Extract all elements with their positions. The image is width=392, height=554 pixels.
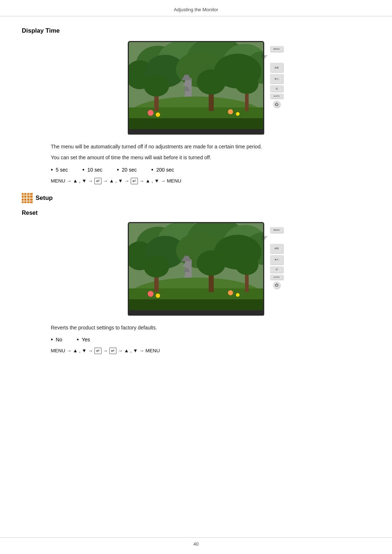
display-time-section: Display Time — [22, 27, 370, 184]
option-10sec-label: 10 sec — [87, 167, 102, 173]
svg-point-66 — [235, 255, 258, 275]
setup-heading: Setup — [36, 194, 53, 202]
header-title: Adjusting the Monitor — [174, 7, 218, 12]
svg-point-64 — [144, 256, 169, 278]
svg-point-24 — [144, 75, 169, 97]
description-text-1: The menu will be automatically turned of… — [51, 143, 370, 151]
monitor-image-1: MENU ☞ A/B ▼/□ ⊙ — [22, 41, 370, 135]
svg-point-26 — [235, 74, 258, 94]
vcd-btn-1: ▼/□ — [270, 74, 283, 83]
monitor-wrapper-1: MENU ☞ A/B ▼/□ ⊙ — [128, 41, 264, 135]
circle-btn-2: ⊙ — [270, 266, 283, 273]
ab-btn-1: A/B — [270, 63, 283, 72]
reset-subsection: Reset — [22, 210, 370, 354]
monitor-side-buttons-1: MENU ☞ A/B ▼/□ ⊙ — [270, 46, 283, 108]
reset-description-text: Reverts the product settings to factory … — [51, 324, 370, 332]
monitor-display-1: MENU ☞ A/B ▼/□ ⊙ — [128, 41, 264, 135]
description-area-1: The menu will be automatically turned of… — [51, 143, 370, 162]
description-text-2: You can set the amount of time the menu … — [51, 153, 370, 161]
bullet-1: • — [51, 167, 53, 173]
svg-point-60 — [236, 293, 240, 297]
reset-heading: Reset — [22, 210, 370, 216]
monitor-screen-1 — [128, 41, 264, 130]
page-container: Adjusting the Monitor Display Time — [0, 0, 392, 554]
menu-btn-2: MENU — [270, 227, 283, 233]
option-yes-label: Yes — [82, 337, 90, 342]
auto-btn-1: AUTO — [270, 94, 283, 99]
svg-point-58 — [156, 294, 160, 298]
monitor-image-2: MENU ☞ A/B ▼/□ — [22, 222, 370, 316]
monitor-screen-2 — [128, 222, 264, 311]
enter-box-2: ↵ — [131, 178, 138, 184]
monitor-wrapper-2: MENU ☞ A/B ▼/□ — [128, 222, 264, 316]
svg-point-17 — [148, 110, 154, 116]
svg-point-18 — [156, 112, 160, 117]
page-footer: 40 — [0, 537, 392, 547]
main-content: Display Time — [0, 20, 392, 377]
svg-point-59 — [228, 290, 233, 295]
garden-scene-2 — [129, 223, 263, 310]
svg-point-25 — [197, 69, 226, 95]
option-200sec: • 200 sec — [151, 167, 174, 173]
display-time-heading: Display Time — [22, 27, 370, 34]
option-20sec: • 20 sec — [117, 167, 137, 173]
monitor-display-2: MENU ☞ A/B ▼/□ — [128, 222, 264, 316]
ab-btn-2: A/B — [270, 244, 283, 253]
bullet-4: • — [151, 167, 154, 173]
setup-icon — [22, 193, 33, 203]
option-no-label: No — [56, 337, 62, 342]
display-time-options: • 5 sec • 10 sec • 20 sec • 200 sec — [51, 167, 370, 173]
bullet-2: • — [82, 167, 85, 173]
svg-point-20 — [236, 112, 240, 116]
option-10sec: • 10 sec — [82, 167, 102, 173]
nav-formula-2: MENU → ▲ , ▼ → ↵ → ↵ → ▲ , ▼ → MENU — [51, 348, 370, 354]
power-btn-1: ⏻ — [273, 100, 280, 108]
vcd-btn-2: ▼/□ — [270, 255, 283, 264]
nav-formula-1: MENU → ▲ , ▼ → ↵ → ▲ , ▼ → ↵ → ▲ , ▼ → M… — [51, 178, 370, 184]
setup-heading-row: Setup — [22, 193, 370, 203]
menu-btn-1: MENU — [270, 46, 283, 52]
hand-area-2: ☞ — [270, 235, 283, 242]
garden-scene-1 — [129, 42, 263, 129]
option-5sec: • 5 sec — [51, 167, 68, 173]
option-yes: • Yes — [77, 337, 90, 342]
option-20sec-label: 20 sec — [122, 167, 137, 173]
page-number: 40 — [193, 541, 199, 547]
enter-box-4: ↵ — [109, 348, 117, 354]
svg-point-19 — [228, 109, 233, 114]
circle-btn-1: ⊙ — [270, 85, 283, 92]
svg-rect-27 — [129, 118, 263, 129]
bullet-3: • — [117, 167, 119, 173]
monitor-side-buttons-2: MENU ☞ A/B ▼/□ — [270, 227, 283, 289]
svg-rect-67 — [129, 299, 263, 310]
option-5sec-label: 5 sec — [56, 167, 68, 173]
enter-box-1: ↵ — [94, 178, 102, 184]
page-header: Adjusting the Monitor — [0, 0, 392, 16]
reset-description-area: Reverts the product settings to factory … — [51, 324, 370, 332]
power-btn-2: ⏻ — [273, 282, 280, 289]
option-200sec-label: 200 sec — [156, 167, 174, 173]
bullet-yes: • — [77, 337, 79, 342]
svg-point-57 — [148, 291, 154, 297]
enter-box-3: ↵ — [94, 348, 102, 354]
monitor-stand-2 — [128, 311, 264, 316]
bullet-no: • — [51, 337, 53, 342]
svg-point-65 — [197, 250, 226, 276]
setup-section: Setup Reset — [22, 193, 370, 354]
reset-options: • No • Yes — [51, 337, 370, 342]
option-no: • No — [51, 337, 62, 342]
auto-btn-2: AUTO — [270, 275, 283, 280]
monitor-stand-1 — [128, 130, 264, 135]
hand-area-1: ☞ — [270, 54, 283, 61]
